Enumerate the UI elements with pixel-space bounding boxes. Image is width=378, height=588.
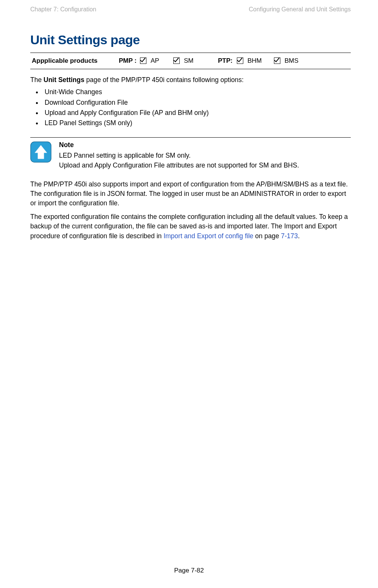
intro-prefix: The [30,76,44,84]
bms-label: BMS [283,53,351,69]
checkmark-icon [237,57,243,64]
note-line-1: LED Pannel setting is applicable for SM … [59,150,351,160]
list-item: LED Panel Settings (SM only) [42,118,351,128]
intro-paragraph: The Unit Settings page of the PMP/PTP 45… [30,75,351,85]
pmp-label: PMP : [117,53,138,69]
checkbox-ap [138,53,149,69]
page-title: Unit Settings page [30,33,351,47]
page: Chapter 7: Configuration Configuring Gen… [0,0,378,588]
page-footer: Page 7-82 [0,567,378,574]
checkmark-icon [274,57,280,64]
header-left: Chapter 7: Configuration [30,6,96,13]
note-line-2: Upload and Apply Configuration File attr… [59,160,351,170]
para2-text-2: on page [254,232,281,240]
checkmark-icon [173,57,180,64]
info-arrow-icon [30,141,51,163]
intro-bold: Unit Settings [44,76,84,84]
options-list: Unit-Wide Changes Download Configuration… [30,87,351,128]
para2-text-3: . [298,232,300,240]
checkmark-icon [140,57,146,64]
note-block: Note LED Pannel setting is applicable fo… [30,137,351,171]
checkbox-sm [172,53,182,69]
ptp-label: PTP: [216,53,235,69]
running-header: Chapter 7: Configuration Configuring Gen… [30,6,351,13]
paragraph-2: The exported configuration file contains… [30,212,351,241]
header-right: Configuring General and Unit Settings [249,6,351,13]
list-item: Upload and Apply Configuration File (AP … [42,108,351,118]
note-title: Note [59,140,351,150]
intro-suffix: page of the PMP/PTP 450i contains follow… [84,76,244,84]
checkbox-bhm [235,53,246,69]
horizontal-rule [30,137,351,138]
sm-label: SM [182,53,216,69]
bhm-label: BHM [246,53,272,69]
link-import-export[interactable]: Import and Export of config file [163,232,253,240]
list-item: Unit-Wide Changes [42,87,351,97]
note-body: Note LED Pannel setting is applicable fo… [59,140,351,171]
link-page-ref[interactable]: 7-173 [281,232,298,240]
paragraph-1: The PMP/PTP 450i also supports import an… [30,180,351,208]
ap-label: AP [149,53,172,69]
checkbox-bms [272,53,283,69]
list-item: Download Configuration File [42,98,351,108]
applicable-label: Appplicable products [30,53,117,69]
applicable-products-table: Appplicable products PMP : AP SM PTP: BH… [30,53,351,69]
